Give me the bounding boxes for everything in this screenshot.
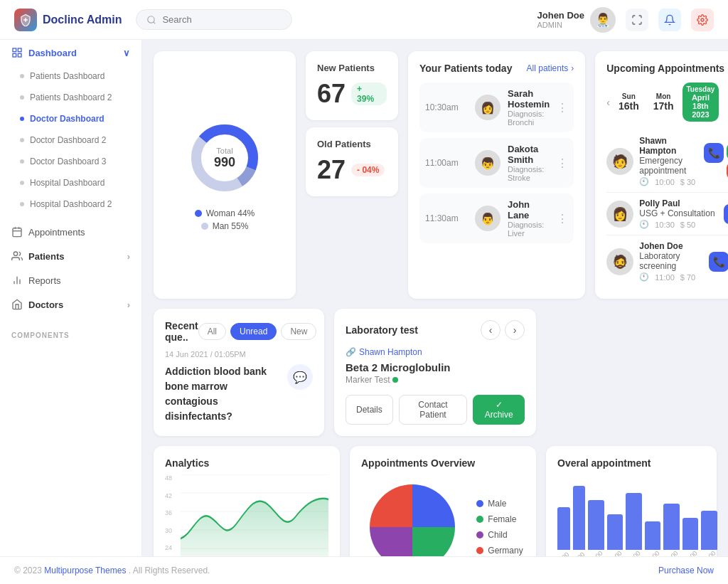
appt-actions-3: 📞 ↩ <box>709 250 728 273</box>
sidebar-dot <box>20 138 24 142</box>
footer-theme-link[interactable]: Multipurpose Themes <box>44 566 126 575</box>
analytics-title: Analytics <box>165 457 328 469</box>
sidebar-item-appointments[interactable]: Appointments <box>0 221 141 243</box>
bar-label-3: 10:00 <box>588 549 604 556</box>
footer-rights: . All Rights Reserved. <box>129 566 210 575</box>
chevron-right-icon: › <box>127 251 130 262</box>
sidebar: Dashboard ∨ Patients Dashboard Patients … <box>0 40 142 556</box>
lab-details-btn[interactable]: Details <box>346 395 393 425</box>
bar-chart: 8:00 9:00 10:00 11:00 <box>557 476 705 556</box>
legend-dot-female <box>476 516 483 523</box>
bar-label-7: 14:00 <box>663 549 680 556</box>
filter-all[interactable]: All <box>198 323 226 340</box>
main-area: Dashboard ∨ Patients Dashboard Patients … <box>0 40 728 556</box>
legend-dot-male <box>476 500 483 507</box>
appt-overview-card: Appointments Overview <box>350 446 536 556</box>
search-bar[interactable] <box>136 9 292 30</box>
appt-price-2: $ 50 <box>680 221 695 229</box>
lab-contact-btn[interactable]: Contact Patient <box>399 395 468 425</box>
app-container: Doclinc Admin Johen Doe ADMIN 👨‍⚕️ <box>0 0 728 584</box>
sidebar-patients-group[interactable]: Patients › <box>0 243 141 269</box>
upcoming-header: Upcoming Appointments <box>606 63 728 74</box>
bar-label-9: 16:00 <box>701 549 717 556</box>
overal-title: Overal appointment <box>557 457 705 469</box>
sidebar-sub-items: Patients Dashboard Patients Dashboard 2 … <box>0 65 141 215</box>
footer: © 2023 Multipurpose Themes . All Rights … <box>0 556 728 584</box>
expand-icon[interactable] <box>626 9 648 31</box>
lab-nav-prev[interactable]: ‹ <box>481 320 500 340</box>
old-patients-label: Old Patients <box>317 139 387 149</box>
filter-new[interactable]: New <box>281 323 316 340</box>
cal-prev-arrow[interactable]: ‹ <box>606 97 610 108</box>
patient-row-3: 11:30am 👨 John Lane Diagnosis: Liver ⋮ <box>419 193 574 243</box>
sidebar-doctors-group[interactable]: Doctors › <box>0 292 141 317</box>
topbar-right: Johen Doe ADMIN 👨‍⚕️ <box>537 7 714 33</box>
more-icon-1[interactable]: ⋮ <box>557 101 568 115</box>
avatar: 👨‍⚕️ <box>590 7 616 33</box>
new-patients-badge: + 39% <box>351 83 387 105</box>
bar-col-6: 13:00 <box>645 521 661 556</box>
appt-actions-1: 📞 📹 ✖ ... <box>704 143 728 179</box>
calendar-nav: ‹ Sun 16th Mon 17th Tuesday April 18th 2… <box>606 83 728 122</box>
donut-stats-card: Total 990 Woman 44% Man 55% <box>154 51 296 299</box>
cal-day-wed[interactable]: Wed 19th <box>722 88 728 116</box>
lab-patient: 🔗 Shawn Hampton <box>346 347 525 357</box>
clock-icon-2: 🕙 <box>639 220 649 229</box>
lab-nav-next[interactable]: › <box>505 320 525 340</box>
link-icon: 🔗 <box>346 347 356 357</box>
svg-rect-2 <box>13 48 16 52</box>
notifications-icon[interactable] <box>658 9 681 31</box>
more-icon-2[interactable]: ⋮ <box>557 156 568 170</box>
old-patients-badge: - 04% <box>351 164 385 176</box>
call-btn-3[interactable]: 📞 <box>709 252 728 272</box>
settings-icon[interactable] <box>691 9 714 31</box>
search-input[interactable] <box>162 14 276 25</box>
sidebar-dashboard-group[interactable]: Dashboard ∨ <box>0 40 141 65</box>
logo-text: Doclinc Admin <box>43 14 122 26</box>
sidebar-item-label: Patients Dashboard 2 <box>30 92 112 102</box>
call-btn-2[interactable]: 📞 <box>724 204 728 224</box>
all-patients-link[interactable]: All patients › <box>527 63 574 73</box>
user-role: ADMIN <box>537 21 584 29</box>
appt-avatar-2: 👩 <box>606 201 633 228</box>
legend-label-female: Female <box>488 514 516 524</box>
sidebar-item-hospital-dashboard[interactable]: Hospital Dashboard <box>9 172 141 193</box>
new-patients-value: 67 <box>317 79 346 109</box>
recent-title: Recent que.. <box>165 320 198 343</box>
patient-name-3: John Lane <box>508 199 550 221</box>
sidebar-dot <box>20 202 24 206</box>
sidebar-item-patients-dashboard-2[interactable]: Patients Dashboard 2 <box>9 87 141 108</box>
appt-actions-2: 📞 ... <box>724 204 728 224</box>
bar-1 <box>557 507 570 550</box>
legend-label-child: Child <box>488 530 507 540</box>
sidebar-item-patients-dashboard[interactable]: Patients Dashboard <box>9 65 141 87</box>
sidebar-item-hospital-dashboard-2[interactable]: Hospital Dashboard 2 <box>9 193 141 215</box>
more-icon-3[interactable]: ⋮ <box>557 212 568 225</box>
lab-archive-btn[interactable]: ✓ Archive <box>473 395 525 425</box>
call-btn-1[interactable]: 📞 <box>704 143 724 163</box>
legend-label-male: Male <box>488 499 506 509</box>
filter-unread[interactable]: Unread <box>230 323 277 340</box>
pie-wrap: Male Female Child <box>361 477 525 556</box>
patient-time-3: 11:30am <box>425 213 468 223</box>
sidebar-item-reports[interactable]: Reports <box>0 269 141 292</box>
sidebar-item-doctor-dashboard[interactable]: Doctor Dashboard <box>9 108 141 129</box>
dashboard-label: Dashboard <box>28 48 77 58</box>
cal-day-mon[interactable]: Mon 17th <box>648 88 680 116</box>
footer-copyright: © 2023 <box>14 566 42 575</box>
bar-9 <box>701 511 717 550</box>
appt-item-1: 🧑 Shawn Hampton Emergency appointment 🕙 … <box>606 130 728 193</box>
main-content: Total 990 Woman 44% Man 55% <box>142 40 728 556</box>
chat-icon[interactable]: 💬 <box>287 364 313 390</box>
sidebar-item-doctor-dashboard-3[interactable]: Doctor Dashboard 3 <box>9 151 141 172</box>
old-patients-row: 27 - 04% <box>317 155 387 185</box>
svg-rect-5 <box>13 53 16 57</box>
cal-day-tue[interactable]: Tuesday April 18th 2023 <box>682 83 719 122</box>
logo-icon <box>14 9 37 31</box>
legend-germany: Germany <box>476 546 523 556</box>
cal-day-sun[interactable]: Sun 16th <box>613 88 645 116</box>
purchase-now-link[interactable]: Purchase Now <box>658 566 714 575</box>
sidebar-item-doctor-dashboard-2[interactable]: Doctor Dashboard 2 <box>9 129 141 151</box>
analytics-chart-wrap: 48 42 36 30 24 18 <box>165 474 328 556</box>
patient-info-1: Sarah Hostemin Diagnosis: Bronchi <box>508 88 550 127</box>
